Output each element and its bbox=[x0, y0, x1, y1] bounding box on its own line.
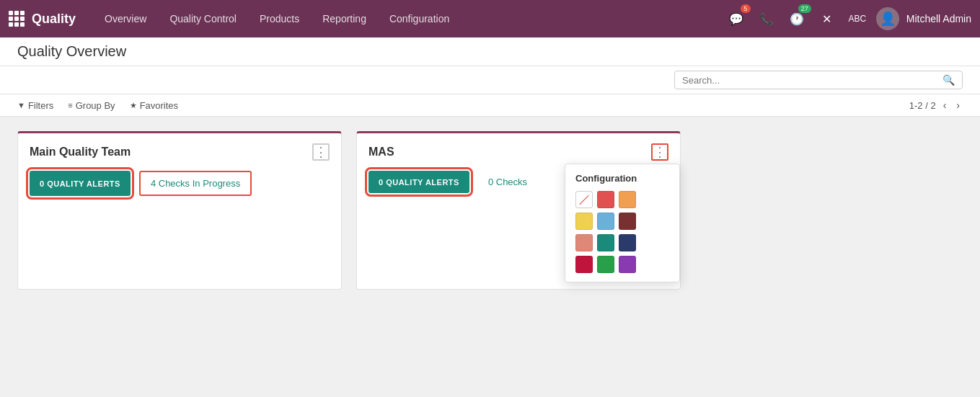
apps-icon[interactable] bbox=[9, 11, 25, 27]
card-menu-mas[interactable]: ⋮ bbox=[651, 143, 668, 161]
brand-label[interactable]: Quality bbox=[32, 12, 76, 27]
search-filter-row: 🔍 bbox=[0, 66, 980, 94]
card-menu-main[interactable]: ⋮ bbox=[312, 143, 330, 161]
filter-icon: ▼ bbox=[17, 101, 25, 110]
nav-products[interactable]: Products bbox=[248, 0, 311, 37]
breadcrumb-row: Quality Overview bbox=[0, 37, 980, 66]
color-swatch-red[interactable] bbox=[597, 191, 614, 208]
close-icon-btn[interactable]: ✕ bbox=[816, 7, 839, 30]
group-by-button[interactable]: ≡ Group By bbox=[68, 100, 115, 111]
card-header-main: Main Quality Team ⋮ bbox=[18, 133, 341, 166]
activity-icon-btn[interactable]: 🕐 27 bbox=[785, 7, 808, 30]
filters-button[interactable]: ▼ Filters bbox=[17, 100, 53, 111]
pagination-next[interactable]: › bbox=[953, 98, 963, 112]
kanban-card-mas: MAS ⋮ 0 QUALITY ALERTS 0 Checks Configur… bbox=[356, 131, 681, 290]
color-picker-grid bbox=[575, 191, 669, 273]
messages-icon-btn[interactable]: 💬 5 bbox=[725, 7, 748, 30]
favorites-label: Favorites bbox=[140, 100, 178, 111]
color-swatch-green[interactable] bbox=[597, 256, 614, 273]
card-title-main: Main Quality Team bbox=[30, 146, 131, 159]
abc-text: ABC bbox=[848, 14, 866, 24]
abc-label-btn[interactable]: ABC bbox=[846, 7, 869, 30]
page-title: Quality Overview bbox=[17, 43, 126, 60]
activity-badge: 27 bbox=[798, 4, 811, 13]
nav-overview[interactable]: Overview bbox=[93, 0, 158, 37]
color-swatch-light-blue[interactable] bbox=[597, 213, 614, 230]
filters-row: ▼ Filters ≡ Group By ★ Favorites 1-2 / 2… bbox=[0, 94, 980, 117]
config-dropdown: Configuration bbox=[565, 164, 680, 282]
card-body-main: 0 QUALITY ALERTS 4 Checks In Progress bbox=[18, 166, 341, 208]
card-title-mas: MAS bbox=[368, 146, 394, 159]
checks-progress-btn-main[interactable]: 4 Checks In Progress bbox=[139, 171, 252, 196]
topnav-right: 💬 5 📞 🕐 27 ✕ ABC 👤 Mitchell Admin bbox=[725, 7, 971, 30]
search-container: 🔍 bbox=[674, 71, 963, 89]
color-swatch-crimson[interactable] bbox=[575, 256, 593, 273]
nav-quality-control[interactable]: Quality Control bbox=[158, 0, 248, 37]
color-swatch-navy[interactable] bbox=[619, 234, 636, 251]
avatar[interactable]: 👤 bbox=[876, 7, 899, 30]
search-input[interactable] bbox=[682, 75, 943, 86]
messages-badge: 5 bbox=[741, 4, 751, 13]
group-by-icon: ≡ bbox=[68, 101, 72, 110]
color-swatch-purple[interactable] bbox=[619, 256, 636, 273]
checks-btn-mas[interactable]: 0 Checks bbox=[478, 171, 537, 193]
color-swatch-orange[interactable] bbox=[619, 191, 636, 208]
color-swatch-dark-red[interactable] bbox=[619, 213, 636, 230]
pagination-prev[interactable]: ‹ bbox=[940, 98, 950, 112]
filter-group: ▼ Filters ≡ Group By ★ Favorites bbox=[17, 100, 178, 111]
quality-alerts-btn-main[interactable]: 0 QUALITY ALERTS bbox=[30, 171, 131, 196]
star-icon: ★ bbox=[130, 101, 137, 110]
card-header-mas: MAS ⋮ bbox=[357, 133, 680, 166]
quality-alerts-btn-mas[interactable]: 0 QUALITY ALERTS bbox=[368, 171, 469, 193]
kanban-card-main-quality-team: Main Quality Team ⋮ 0 QUALITY ALERTS 4 C… bbox=[17, 131, 342, 290]
group-by-label: Group By bbox=[76, 100, 115, 111]
pagination-group: 1-2 / 2 ‹ › bbox=[909, 98, 963, 112]
username-label: Mitchell Admin bbox=[906, 13, 971, 24]
dropdown-config-label: Configuration bbox=[575, 173, 669, 184]
top-navigation: Quality Overview Quality Control Product… bbox=[0, 0, 980, 37]
color-swatch-teal[interactable] bbox=[597, 234, 614, 251]
search-icon[interactable]: 🔍 bbox=[943, 74, 955, 86]
phone-icon-btn[interactable]: 📞 bbox=[755, 7, 778, 30]
color-swatch-no-color[interactable] bbox=[575, 191, 593, 208]
nav-configuration[interactable]: Configuration bbox=[378, 0, 461, 37]
nav-reporting[interactable]: Reporting bbox=[311, 0, 378, 37]
main-menu: Overview Quality Control Products Report… bbox=[93, 0, 725, 37]
color-swatch-salmon[interactable] bbox=[575, 234, 593, 251]
filters-label: Filters bbox=[28, 100, 53, 111]
main-content: Main Quality Team ⋮ 0 QUALITY ALERTS 4 C… bbox=[0, 117, 980, 304]
favorites-button[interactable]: ★ Favorites bbox=[130, 100, 178, 111]
color-swatch-yellow[interactable] bbox=[575, 213, 593, 230]
pagination-info: 1-2 / 2 bbox=[909, 100, 936, 111]
